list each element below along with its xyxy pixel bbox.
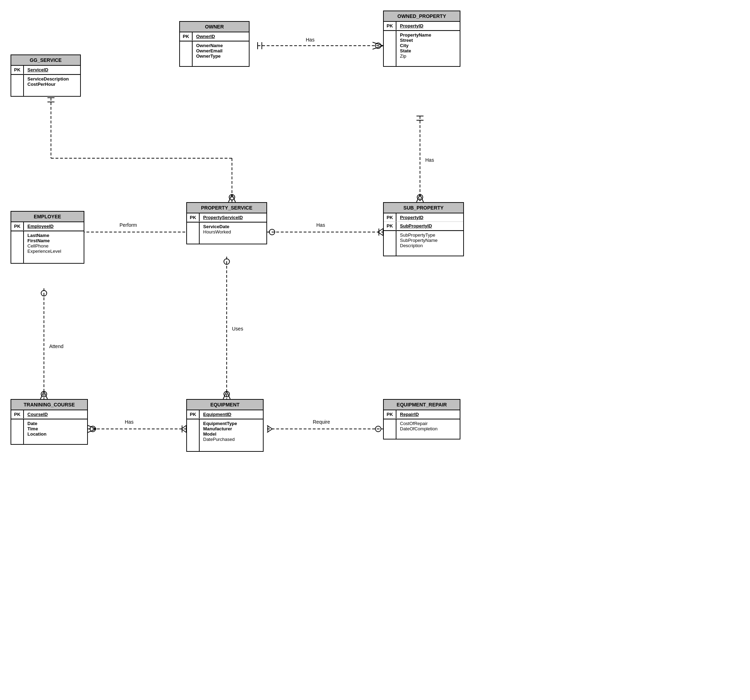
property-service-pk-attr: PropertyServiceID xyxy=(200,214,246,222)
svg-text:Has: Has xyxy=(306,37,315,43)
equipment-pk-attr: EquipmentID xyxy=(200,410,235,418)
svg-line-21 xyxy=(232,194,235,202)
training-course-attrs: Date Time Location xyxy=(24,420,50,444)
equipment-repair-table: EQUIPMENT_REPAIR PK RepairID CostOfRepai… xyxy=(383,399,460,440)
gg-service-header: GG_SERVICE xyxy=(11,55,80,66)
svg-text:Attend: Attend xyxy=(49,343,63,349)
svg-text:Perform: Perform xyxy=(120,222,137,228)
gg-service-pk-label: PK xyxy=(11,66,24,74)
svg-line-4 xyxy=(372,42,383,46)
employee-attrs: LastName FirstName CellPhone ExperienceL… xyxy=(24,231,65,263)
svg-line-47 xyxy=(44,391,48,399)
sub-property-table: SUB_PROPERTY PK PropertyID PK SubPropert… xyxy=(383,202,464,256)
employee-table: EMPLOYEE PK EmployeeID LastName FirstNam… xyxy=(11,211,85,264)
equipment-table: EQUIPMENT PK EquipmentID EquipmentType M… xyxy=(186,399,264,452)
svg-point-3 xyxy=(375,43,381,49)
owned-property-pk-attr: PropertyID xyxy=(397,22,427,30)
svg-line-20 xyxy=(229,194,232,202)
svg-line-12 xyxy=(420,194,424,202)
property-service-table: PROPERTY_SERVICE PK PropertyServiceID Se… xyxy=(186,202,267,245)
svg-text:Uses: Uses xyxy=(232,326,243,332)
property-service-pk-label: PK xyxy=(187,214,200,222)
sub-property-pk1-label: PK xyxy=(384,214,397,222)
owner-table: OWNER PK OwnerID OwnerName OwnerEmail Ow… xyxy=(179,21,249,67)
svg-line-40 xyxy=(223,391,227,399)
svg-line-60 xyxy=(267,429,272,432)
svg-line-41 xyxy=(227,391,230,399)
equipment-repair-pk-label: PK xyxy=(384,410,397,418)
equipment-header: EQUIPMENT xyxy=(187,400,263,410)
svg-point-19 xyxy=(229,194,235,200)
svg-text:Has: Has xyxy=(316,222,325,228)
svg-line-11 xyxy=(416,194,420,202)
training-course-table: TRANINING_COURSE PK CourseID Date Time L… xyxy=(11,399,88,445)
svg-text:Has: Has xyxy=(125,419,134,425)
equipment-repair-header: EQUIPMENT_REPAIR xyxy=(384,400,460,410)
employee-header: EMPLOYEE xyxy=(11,212,84,222)
equipment-repair-attrs: CostOfRepair DateOfCompletion xyxy=(397,420,441,439)
svg-line-52 xyxy=(88,429,96,432)
svg-line-59 xyxy=(267,425,272,429)
property-service-attrs: ServiceDate HoursWorked xyxy=(200,223,234,244)
svg-point-44 xyxy=(41,291,47,296)
training-course-header: TRANINING_COURSE xyxy=(11,400,87,410)
owner-attrs: OwnerName OwnerEmail OwnerType xyxy=(193,42,226,66)
equipment-repair-pk-attr: RepairID xyxy=(397,410,422,418)
svg-point-62 xyxy=(375,426,381,432)
gg-service-attrs: ServiceDescription CostPerHour xyxy=(24,75,72,96)
employee-pk-label: PK xyxy=(11,222,24,230)
gg-service-table: GG_SERVICE PK ServiceID ServiceDescripti… xyxy=(11,54,81,97)
svg-text:Has: Has xyxy=(425,157,434,163)
svg-line-56 xyxy=(181,429,186,432)
svg-point-38 xyxy=(224,259,229,265)
owner-pk-attr: OwnerID xyxy=(193,32,218,40)
svg-line-51 xyxy=(88,425,96,429)
training-course-pk-attr: CourseID xyxy=(24,410,51,418)
svg-line-35 xyxy=(378,232,383,235)
svg-point-45 xyxy=(41,391,47,397)
sub-property-pk1-attr: PropertyID xyxy=(397,214,427,222)
svg-point-39 xyxy=(224,391,229,397)
equipment-attrs: EquipmentType Manufacturer Model DatePur… xyxy=(200,420,241,451)
employee-pk-attr: EmployeeID xyxy=(24,222,57,230)
sub-property-pk2-attr: SubPropertyID xyxy=(397,222,435,230)
svg-line-34 xyxy=(378,229,383,232)
svg-point-50 xyxy=(90,426,95,432)
owned-property-pk-label: PK xyxy=(384,22,397,30)
gg-service-pk-attr: ServiceID xyxy=(24,66,52,74)
owned-property-attrs: PropertyName Street City State Zip xyxy=(397,31,435,66)
owner-header: OWNER xyxy=(180,22,249,32)
owned-property-header: OWNED_PROPERTY xyxy=(384,11,460,22)
training-course-pk-label: PK xyxy=(11,410,24,418)
sub-property-pk2-label: PK xyxy=(384,222,397,230)
equipment-pk-label: PK xyxy=(187,410,200,418)
svg-line-55 xyxy=(181,425,186,429)
sub-property-header: SUB_PROPERTY xyxy=(384,203,463,214)
sub-property-attrs: SubPropertyType SubPropertyName Descript… xyxy=(397,231,441,255)
owner-pk-label: PK xyxy=(180,32,193,40)
svg-point-10 xyxy=(417,194,423,200)
svg-point-31 xyxy=(269,229,275,235)
svg-line-46 xyxy=(40,391,44,399)
svg-text:Require: Require xyxy=(313,419,330,425)
svg-line-5 xyxy=(372,46,383,49)
owned-property-table: OWNED_PROPERTY PK PropertyID PropertyNam… xyxy=(383,11,460,67)
property-service-header: PROPERTY_SERVICE xyxy=(187,203,266,214)
